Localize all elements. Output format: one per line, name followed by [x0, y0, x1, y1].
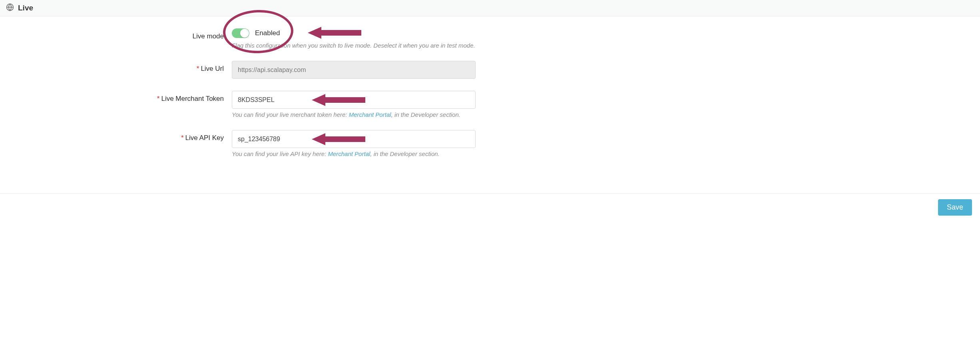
label-live-url: *Live Url — [8, 61, 232, 73]
live-api-key-hint: You can find your live API key here: Mer… — [232, 150, 476, 157]
row-live-url: *Live Url — [8, 61, 476, 79]
row-live-api-key: *Live API Key You can find your live API… — [8, 130, 476, 157]
live-merchant-token-hint: You can find your live merchant token he… — [232, 111, 476, 118]
live-mode-hint: Flag this configuration when you switch … — [232, 42, 476, 49]
panel-header: Live — [0, 0, 980, 16]
row-live-mode: Live mode Enabled Flag this configuratio… — [8, 28, 476, 49]
form-body: Live mode Enabled Flag this configuratio… — [0, 16, 484, 193]
live-mode-toggle[interactable] — [232, 28, 249, 38]
live-api-key-input[interactable] — [232, 130, 476, 148]
annotation-arrow-icon — [308, 27, 361, 39]
live-mode-state: Enabled — [255, 29, 280, 37]
required-asterisk-icon: * — [197, 65, 199, 72]
merchant-portal-link[interactable]: Merchant Portal — [328, 150, 370, 157]
live-url-input — [232, 61, 476, 79]
required-asterisk-icon: * — [181, 134, 184, 142]
globe-icon — [6, 3, 14, 13]
required-asterisk-icon: * — [157, 95, 160, 102]
save-button[interactable]: Save — [938, 199, 972, 216]
label-live-merchant-token: *Live Merchant Token — [8, 91, 232, 103]
live-merchant-token-input[interactable] — [232, 91, 476, 109]
panel-title: Live — [18, 4, 33, 12]
toggle-knob-icon — [240, 29, 249, 38]
row-live-merchant-token: *Live Merchant Token You can find your l… — [8, 91, 476, 118]
label-live-api-key: *Live API Key — [8, 130, 232, 142]
merchant-portal-link[interactable]: Merchant Portal — [349, 111, 391, 118]
label-live-mode: Live mode — [8, 28, 232, 40]
footer: Save — [0, 193, 980, 221]
